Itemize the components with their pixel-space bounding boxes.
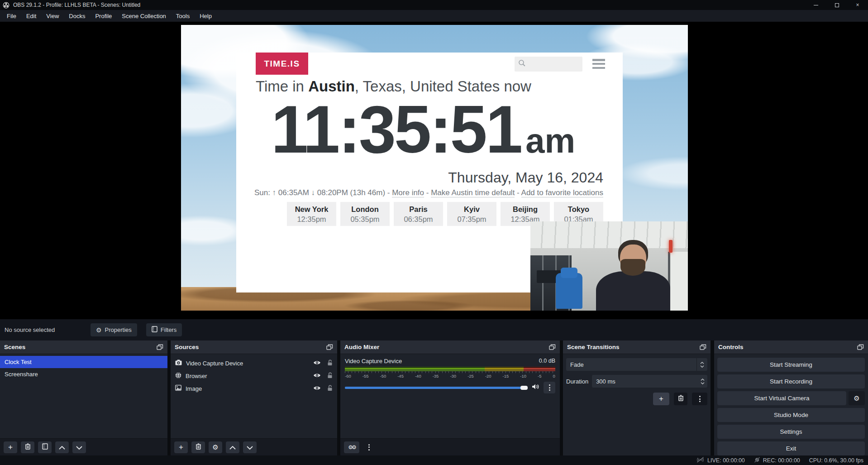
remove-source-button[interactable] <box>191 441 205 453</box>
gear-icon: ⚙ <box>212 443 218 451</box>
scene-item-screenshare[interactable]: Screenshare <box>0 368 167 380</box>
trash-icon <box>678 394 684 403</box>
record-inactive-icon <box>754 457 760 464</box>
add-source-button[interactable]: + <box>174 441 188 453</box>
close-button[interactable]: × <box>847 0 868 10</box>
popout-icon[interactable] <box>700 344 706 350</box>
gear-icon: ⚙ <box>96 326 102 334</box>
visibility-eye-icon[interactable] <box>313 385 321 392</box>
move-scene-up-button[interactable] <box>55 441 69 453</box>
menu-bar: File Edit View Docks Profile Scene Colle… <box>0 10 868 22</box>
source-properties-button[interactable]: ⚙ <box>209 441 222 453</box>
duration-value: 300 ms <box>596 378 615 385</box>
menu-docks[interactable]: Docks <box>64 13 90 19</box>
camera-icon <box>175 360 182 367</box>
volume-slider-handle[interactable] <box>520 386 528 390</box>
menu-file[interactable]: File <box>2 13 21 19</box>
transition-properties-button[interactable] <box>692 393 707 405</box>
advanced-audio-button[interactable]: ⚙⚙ <box>344 441 359 453</box>
lock-icon[interactable] <box>327 385 333 393</box>
scene-filters-button[interactable] <box>38 441 52 453</box>
menu-tools[interactable]: Tools <box>171 13 195 19</box>
city-box: Kyiv07:35pm <box>447 202 496 226</box>
remove-scene-button[interactable] <box>21 441 34 453</box>
move-source-down-button[interactable] <box>243 441 257 453</box>
remove-transition-button[interactable] <box>674 393 687 405</box>
transition-selected-value: Fade <box>566 361 584 368</box>
virtual-camera-config-button[interactable]: ⚙ <box>849 391 865 405</box>
window-title: OBS 29.1.2 - Profile: LLHLS BETA - Scene… <box>13 2 140 8</box>
kebab-menu-icon <box>699 396 701 402</box>
timeis-date: Thursday, May 16, 2024 <box>448 169 603 186</box>
start-streaming-button[interactable]: Start Streaming <box>717 358 865 372</box>
start-recording-button[interactable]: Start Recording <box>717 374 865 388</box>
chevron-up-icon <box>701 379 705 381</box>
obs-logo-icon <box>3 2 10 9</box>
menu-view[interactable]: View <box>41 13 64 19</box>
source-item-video-capture[interactable]: Video Capture Device <box>171 357 337 369</box>
speaker-icon[interactable] <box>532 384 539 392</box>
add-scene-button[interactable]: + <box>4 441 17 453</box>
chevron-down-icon <box>701 382 705 384</box>
webcam-person <box>589 232 677 311</box>
hamburger-menu-icon <box>592 59 605 69</box>
globe-icon <box>175 372 181 380</box>
minimize-button[interactable] <box>806 0 826 10</box>
status-bar: LIVE: 00:00:00 REC: 00:00:00 CPU: 0.6%, … <box>0 455 868 465</box>
exit-button[interactable]: Exit <box>717 441 865 455</box>
move-scene-down-button[interactable] <box>72 441 86 453</box>
properties-button[interactable]: ⚙ Properties <box>91 323 137 336</box>
visibility-eye-icon[interactable] <box>313 360 321 367</box>
kebab-menu-icon <box>368 444 370 451</box>
scenes-title: Scenes <box>4 344 25 350</box>
mixer-options-button[interactable] <box>544 382 555 393</box>
popout-icon[interactable] <box>326 344 333 350</box>
volume-slider[interactable] <box>345 387 528 389</box>
controls-title: Controls <box>718 344 744 350</box>
menu-help[interactable]: Help <box>195 13 217 19</box>
preview-canvas[interactable]: TIME.IS Time in Austin, Texas, United St… <box>181 25 688 311</box>
studio-mode-button[interactable]: Studio Mode <box>717 408 865 422</box>
filters-button[interactable]: Filters <box>146 323 182 336</box>
select-spinner[interactable] <box>696 358 707 371</box>
transitions-title: Scene Transitions <box>567 344 620 350</box>
add-transition-button[interactable]: + <box>653 393 669 405</box>
sources-title: Sources <box>175 344 199 350</box>
chevron-up-icon <box>700 362 704 364</box>
meter-tick-marks <box>345 371 555 373</box>
mixer-menu-button[interactable] <box>363 441 375 453</box>
timeis-clock: 11:35:51 am <box>230 96 616 163</box>
transition-select[interactable]: Fade <box>566 358 707 371</box>
menu-scene-collection[interactable]: Scene Collection <box>117 13 171 19</box>
popout-icon[interactable] <box>157 344 163 350</box>
lock-icon[interactable] <box>327 372 333 380</box>
maximize-button[interactable] <box>826 0 847 10</box>
scenes-panel: Scenes Clock Test Screenshare + <box>0 340 167 455</box>
cpu-fps-stats: CPU: 0.6%, 30.00 fps <box>809 457 863 464</box>
visibility-eye-icon[interactable] <box>313 373 321 379</box>
start-virtual-camera-button[interactable]: Start Virtual Camera <box>717 391 846 405</box>
duration-label: Duration <box>566 378 588 385</box>
move-source-up-button[interactable] <box>226 441 239 453</box>
sources-panel: Sources Video Capture Device Browser <box>171 340 337 455</box>
scene-item-clock-test[interactable]: Clock Test <box>0 356 167 368</box>
duration-spinbox[interactable]: 300 ms <box>592 375 707 388</box>
make-default-link: Make Austin time default <box>431 188 515 197</box>
source-item-image[interactable]: Image <box>171 382 337 395</box>
clock-time: 11:35:51 <box>271 96 521 163</box>
webcam-overlay[interactable] <box>530 221 688 311</box>
settings-button[interactable]: Settings <box>717 425 865 439</box>
preview-viewport: TIME.IS Time in Austin, Texas, United St… <box>0 22 868 319</box>
lock-icon[interactable] <box>327 360 333 367</box>
rec-time: REC: 00:00:00 <box>763 457 800 464</box>
duration-spinner[interactable] <box>701 379 705 384</box>
source-item-browser[interactable]: Browser <box>171 369 337 382</box>
menu-profile[interactable]: Profile <box>90 13 117 19</box>
chevron-down-icon <box>76 443 82 452</box>
trash-icon <box>25 443 31 452</box>
popout-icon[interactable] <box>857 344 864 350</box>
popout-icon[interactable] <box>549 344 556 350</box>
close-icon: × <box>856 2 859 8</box>
menu-edit[interactable]: Edit <box>21 13 41 19</box>
audio-mixer-title: Audio Mixer <box>344 344 379 350</box>
